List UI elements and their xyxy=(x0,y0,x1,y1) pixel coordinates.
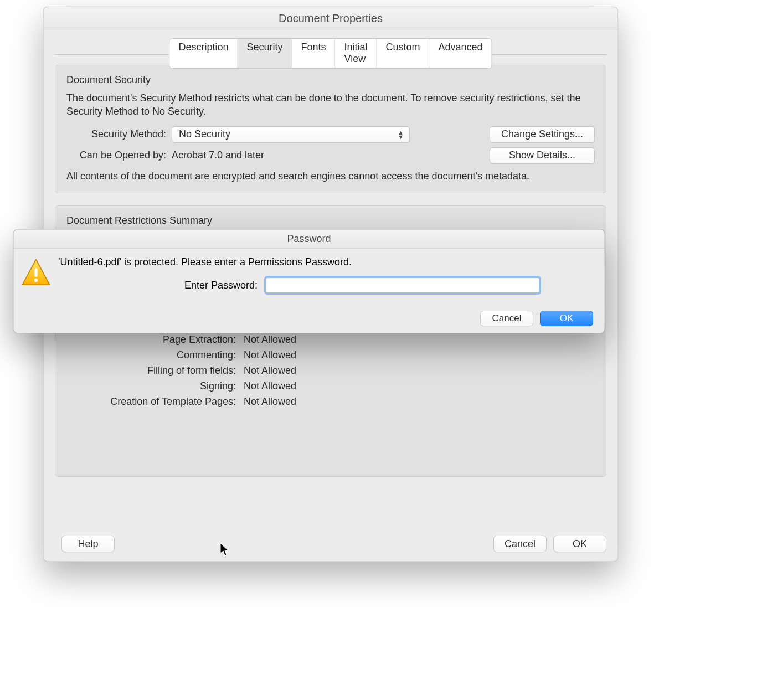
restriction-row: Filling of form fields: Not Allowed xyxy=(66,365,595,377)
tab-custom[interactable]: Custom xyxy=(377,39,430,68)
security-method-value: No Security xyxy=(179,128,230,140)
tab-security[interactable]: Security xyxy=(238,39,292,68)
tab-description[interactable]: Description xyxy=(169,39,238,68)
help-button[interactable]: Help xyxy=(61,536,115,552)
tabs: Description Security Fonts Initial View … xyxy=(169,38,492,69)
chevron-updown-icon: ▲▼ xyxy=(398,130,404,139)
restriction-row: Commenting: Not Allowed xyxy=(66,349,595,361)
document-security-heading: Document Security xyxy=(66,74,595,86)
restriction-label: Commenting: xyxy=(66,349,244,361)
security-method-select[interactable]: No Security ▲▼ xyxy=(172,126,410,143)
restriction-label: Creation of Template Pages: xyxy=(66,396,244,408)
window-title: Document Properties xyxy=(44,7,617,30)
document-restrictions-heading: Document Restrictions Summary xyxy=(66,215,595,230)
cancel-button[interactable]: Cancel xyxy=(493,536,547,552)
restriction-label: Filling of form fields: xyxy=(66,365,244,377)
restriction-value: Not Allowed xyxy=(244,380,296,392)
restriction-row: Creation of Template Pages: Not Allowed xyxy=(66,396,595,408)
tab-fonts[interactable]: Fonts xyxy=(292,39,335,68)
password-dialog: Password 'Untitled-6.pdf' is protected. … xyxy=(13,229,605,333)
password-dialog-message: 'Untitled-6.pdf' is protected. Please en… xyxy=(58,256,593,268)
restriction-value: Not Allowed xyxy=(244,365,296,377)
document-security-group: Document Security The document's Securit… xyxy=(55,65,606,193)
password-focus-ring xyxy=(264,276,541,295)
restriction-label: Signing: xyxy=(66,380,244,392)
ok-button[interactable]: OK xyxy=(553,536,606,552)
password-dialog-title: Password xyxy=(14,230,604,249)
can-be-opened-label: Can be Opened by: xyxy=(66,150,172,161)
restriction-value: Not Allowed xyxy=(244,349,296,361)
encrypted-metadata-note: All contents of the document are encrypt… xyxy=(66,169,595,183)
security-method-label: Security Method: xyxy=(66,128,172,140)
change-settings-button[interactable]: Change Settings... xyxy=(490,126,595,143)
password-ok-button[interactable]: OK xyxy=(540,311,593,326)
svg-point-1 xyxy=(34,279,38,282)
show-details-button[interactable]: Show Details... xyxy=(490,147,595,164)
restriction-value: Not Allowed xyxy=(244,396,296,408)
tab-advanced[interactable]: Advanced xyxy=(430,39,492,68)
restriction-label: Page Extraction: xyxy=(66,334,244,346)
enter-password-label: Enter Password: xyxy=(58,280,258,291)
restriction-row: Page Extraction: Not Allowed xyxy=(66,334,595,346)
can-be-opened-value: Acrobat 7.0 and later xyxy=(172,150,264,161)
password-input[interactable] xyxy=(266,277,539,293)
tab-initial-view[interactable]: Initial View xyxy=(336,39,377,68)
restriction-row: Signing: Not Allowed xyxy=(66,380,595,392)
restriction-value: Not Allowed xyxy=(244,334,296,346)
password-cancel-button[interactable]: Cancel xyxy=(480,311,533,326)
document-security-description: The document's Security Method restricts… xyxy=(66,91,595,119)
svg-rect-0 xyxy=(34,268,37,277)
warning-icon xyxy=(20,258,52,289)
